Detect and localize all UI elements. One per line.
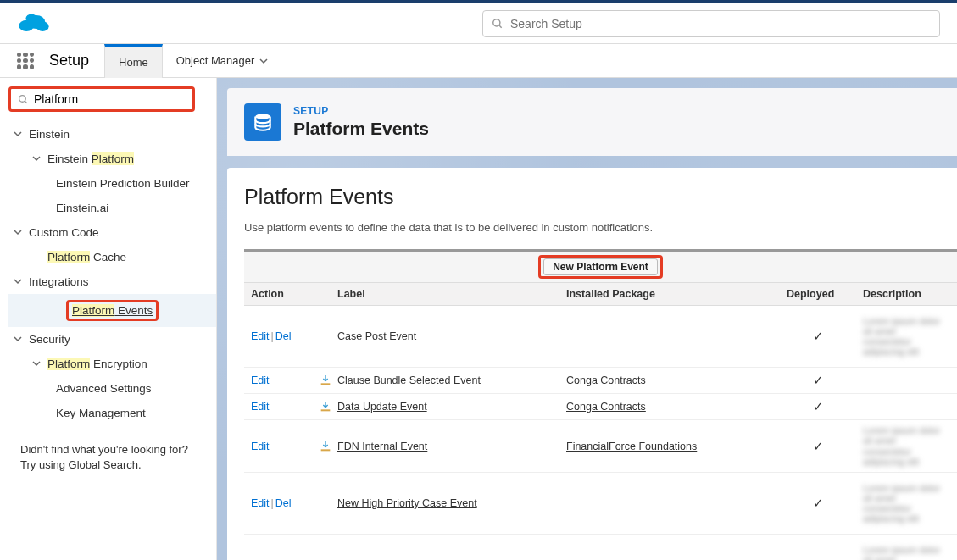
sidebar-item[interactable]: Custom Code [8,220,216,245]
sidebar-item-label: Security [29,333,70,346]
global-search-input[interactable] [510,17,931,30]
package-link[interactable]: FinancialForce Foundations [566,441,697,452]
table-row: EditFDN Internal EventFinancialForce Fou… [244,420,957,472]
col-deployed: Deployed [780,283,856,306]
nav-tab-object-manager[interactable]: Object Manager [163,44,282,78]
section-description: Use platform events to define the data t… [244,221,957,234]
sidebar-item[interactable]: Einstein.ai [8,196,216,220]
svg-line-7 [25,101,27,103]
svg-point-4 [493,19,500,25]
sidebar-search-callout [8,86,195,112]
table-row: Edit|DelNew High Priority Case Event✓Lor… [244,472,957,534]
svg-line-5 [499,25,502,27]
chevron-down-icon [32,152,44,165]
sidebar-item-label: Einstein Platform [47,152,134,165]
sidebar-item-label: Einstein [29,128,70,141]
svg-point-3 [25,14,36,22]
action-edit[interactable]: Edit [251,330,270,342]
event-label-link[interactable]: Clause Bundle Selected Event [337,374,481,386]
event-label-link[interactable]: Case Post Event [337,330,416,342]
setup-sidebar: EinsteinEinstein PlatformEinstein Predic… [0,78,217,560]
col-description: Description [856,283,957,306]
package-link[interactable]: Conga Contracts [566,374,646,386]
event-label-link[interactable]: FDN Internal Event [337,441,427,452]
deployed-check: ✓ [780,535,856,560]
table-row: EditClause Bundle Selected EventConga Co… [244,368,957,394]
new-platform-event-button[interactable]: New Platform Event [543,258,658,275]
sidebar-item[interactable]: Einstein [8,122,216,147]
sidebar-item-label: Custom Code [29,226,99,239]
new-platform-event-callout: New Platform Event [538,255,663,279]
nav-tab-home[interactable]: Home [104,44,163,78]
sidebar-item[interactable]: Key Management [8,401,216,425]
sidebar-item-label: Platform Encryption [47,358,147,370]
action-del[interactable]: Del [275,497,292,509]
chevron-down-icon [32,358,44,370]
description-cell [856,368,957,394]
search-icon [18,94,29,105]
sidebar-item[interactable]: Integrations [8,269,216,294]
col-action: Action [244,283,312,306]
sidebar-item-label: Einstein.ai [56,202,108,214]
action-edit[interactable]: Edit [251,401,270,413]
sidebar-search-input[interactable] [34,92,186,106]
description-cell [856,394,957,420]
col-package: Installed Package [559,283,780,306]
description-cell: Lorem ipsum dolor sit ametconsectetur ad… [856,420,957,472]
sidebar-item-label: Advanced Settings [56,382,152,395]
download-icon [319,400,332,413]
deployed-check: ✓ [780,472,856,534]
global-search[interactable] [482,10,940,37]
description-cell: Lorem ipsum dolor sit ametconsectetur ad… [856,535,957,560]
breadcrumb: SETUP [293,105,429,117]
download-icon [319,374,332,387]
sidebar-item-label: Integrations [29,275,89,288]
svg-point-2 [36,21,49,31]
action-edit[interactable]: Edit [251,441,270,452]
download-icon [319,440,332,453]
event-label-link[interactable]: Data Update Event [337,401,427,413]
page-header: SETUP Platform Events [227,88,957,156]
col-label: Label [331,283,559,306]
table-row: Edit|DelNew Outage Message✓Lorem ipsum d… [244,535,957,560]
section-heading: Platform Events [244,185,957,209]
chevron-down-icon [14,275,25,288]
sidebar-item[interactable]: Platform Events [8,294,216,327]
sidebar-item[interactable]: Platform Encryption [8,352,216,376]
deployed-check: ✓ [780,368,856,394]
sidebar-item[interactable]: Einstein Platform [8,147,216,171]
platform-events-table: Action Label Installed Package Deployed … [244,282,957,560]
sidebar-footer: Didn't find what you're looking for? Try… [8,434,216,481]
sidebar-item[interactable]: Platform Cache [8,245,216,269]
deployed-check: ✓ [780,420,856,472]
action-edit[interactable]: Edit [251,374,270,386]
table-row: EditData Update EventConga Contracts✓ [244,394,957,420]
page-title: Platform Events [293,119,429,139]
chevron-down-icon [14,128,25,141]
table-row: Edit|DelCase Post Event✓Lorem ipsum dolo… [244,306,957,368]
svg-point-8 [255,114,270,119]
package-link[interactable]: Conga Contracts [566,401,646,413]
chevron-down-icon [14,226,25,239]
action-edit[interactable]: Edit [251,497,270,509]
svg-point-6 [19,95,26,102]
chevron-down-icon [14,333,25,346]
deployed-check: ✓ [780,306,856,368]
app-launcher-icon[interactable] [17,53,34,69]
search-icon [492,18,504,30]
sidebar-item-label: Einstein Prediction Builder [56,177,190,190]
sidebar-item[interactable]: Security [8,327,216,352]
description-cell: Lorem ipsum dolor sit ametconsectetur ad… [856,472,957,534]
sidebar-item-label: Key Management [56,407,146,419]
description-cell: Lorem ipsum dolor sit ametconsectetur ad… [856,306,957,368]
action-del[interactable]: Del [275,330,292,342]
sidebar-item[interactable]: Advanced Settings [8,376,216,401]
deployed-check: ✓ [780,394,856,420]
chevron-down-icon [259,57,268,65]
sidebar-item-label: Platform Cache [47,251,126,263]
sidebar-item[interactable]: Einstein Prediction Builder [8,171,216,196]
platform-events-icon [244,103,281,141]
salesforce-cloud-logo [15,9,53,38]
nav-app-title: Setup [49,52,89,69]
event-label-link[interactable]: New High Priority Case Event [337,497,477,509]
